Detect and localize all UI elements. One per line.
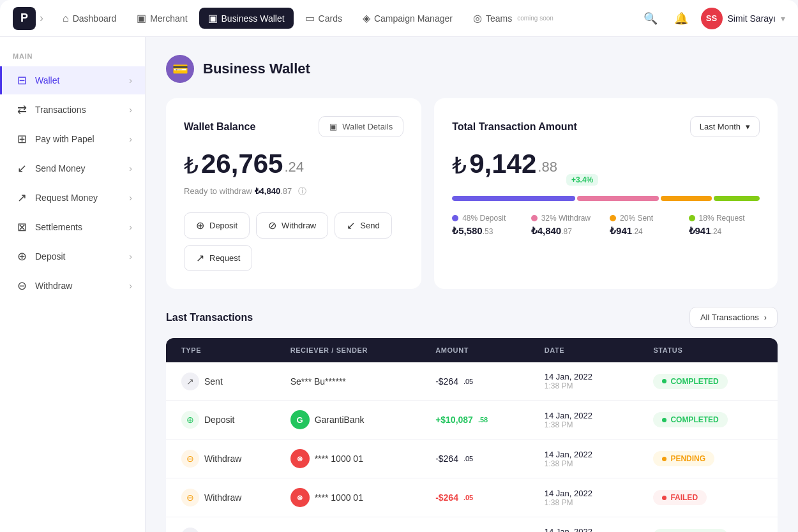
sidebar-item-send-money[interactable]: ↙ Send Money ›: [0, 154, 145, 182]
row2-type-label: Deposit: [204, 415, 234, 425]
status-badge: COMPLETED: [653, 529, 727, 533]
col-status: STATUS: [653, 346, 762, 354]
nav-item-dashboard[interactable]: ⌂ Dashboard: [54, 8, 125, 29]
info-icon[interactable]: ⓘ: [298, 186, 306, 196]
wallet-details-button[interactable]: ▣ Wallet Details: [319, 116, 403, 137]
sidebar-item-send-left: ↙ Send Money: [15, 161, 86, 175]
row4-status-label: FAILED: [670, 493, 698, 502]
row4-receiver-name: **** 1000 01: [315, 492, 363, 503]
total-balance-amount: ₺ 9,142 .88: [452, 149, 557, 179]
withdraw-label-text: Ready to withdraw: [184, 186, 252, 196]
row4-date: 14 Jan, 2022 1:38 PM: [545, 489, 654, 507]
table-row: ↗ Sent Se*** Bu****** -$264.05 14 Jan, 2…: [166, 517, 778, 532]
sidebar-item-withdraw[interactable]: ⊖ Withdraw ›: [0, 272, 145, 300]
nav-item-teams[interactable]: ◎ Teams coming soon: [464, 8, 562, 29]
row5-status: COMPLETED: [653, 529, 762, 533]
user-name: Simit Sarayı: [728, 13, 776, 24]
row2-amount: +$10,087.58: [435, 415, 545, 425]
chevron-down-icon: ▾: [781, 13, 785, 24]
notification-button[interactable]: 🔔: [670, 8, 692, 29]
chevron-right-icon: ›: [129, 251, 132, 262]
progress-withdraw: [577, 196, 659, 201]
row3-status: PENDING: [653, 451, 762, 466]
row1-amount: -$264.05: [435, 376, 545, 387]
sidebar-item-transactions[interactable]: ⇄ Transactions ›: [0, 96, 145, 124]
total-transaction-card: Total Transaction Amount Last Month ▾ ₺ …: [434, 98, 778, 289]
sidebar-item-pay-left: ⊞ Pay with Papel: [15, 132, 94, 146]
nav-item-merchant[interactable]: ▣ Merchant: [128, 8, 196, 29]
expand-icon[interactable]: ›: [40, 11, 43, 25]
row1-receiver-name: Se*** Bu******: [290, 376, 346, 387]
sidebar-item-request-money[interactable]: ↗ Request Money ›: [0, 184, 145, 212]
row1-date2: 1:38 PM: [545, 381, 592, 390]
sidebar-item-pay-label: Pay with Papel: [35, 134, 94, 144]
request-dot: [689, 215, 695, 221]
period-selector-button[interactable]: Last Month ▾: [690, 116, 760, 137]
col-amount: AMOUNT: [435, 346, 545, 354]
deposit-button[interactable]: ⊕ Deposit: [184, 212, 250, 239]
deposit-btn-icon: ⊕: [196, 219, 204, 232]
status-dot: [662, 418, 666, 422]
deposit-amount: ₺5,580.53: [452, 225, 523, 237]
sidebar-item-wallet[interactable]: ⊟ Wallet ›: [0, 66, 145, 94]
nav-item-campaign-manager[interactable]: ◈ Campaign Manager: [354, 8, 462, 29]
send-button[interactable]: ↙ Send: [335, 212, 391, 239]
row2-date2: 1:38 PM: [545, 420, 592, 429]
nav-item-cards[interactable]: ▭ Cards: [296, 8, 351, 29]
sidebar-item-withdraw-label: Withdraw: [35, 281, 72, 291]
row1-type-label: Sent: [204, 376, 223, 387]
sidebar-item-withdraw-left: ⊖ Withdraw: [15, 279, 72, 293]
row3-receiver-name: **** 1000 01: [315, 454, 363, 464]
cards-row: Wallet Balance ▣ Wallet Details ₺ 26,765…: [166, 98, 778, 289]
progress-request: [714, 196, 760, 201]
status-badge: PENDING: [653, 451, 714, 466]
page-title: Business Wallet: [203, 61, 310, 77]
teams-icon: ◎: [473, 12, 482, 24]
nav-item-business-wallet[interactable]: ▣ Business Wallet: [199, 8, 294, 29]
nav-item-teams-label: Teams: [486, 13, 512, 24]
row2-receiver-name: GarantiBank: [315, 415, 365, 425]
sent-amount: ₺941.24: [610, 225, 681, 237]
total-card-title: Total Transaction Amount: [452, 121, 577, 133]
logo[interactable]: P: [13, 7, 36, 30]
row2-type: ⊕ Deposit: [181, 411, 290, 429]
all-transactions-button[interactable]: All Transactions ›: [689, 307, 778, 328]
withdraw-info: Ready to withdraw ₺4,840.87 ⓘ: [184, 186, 403, 197]
sidebar: MAIN ⊟ Wallet › ⇄ Transactions › ⊞ Pay w…: [0, 37, 146, 532]
sidebar-item-pay-with-papel[interactable]: ⊞ Pay with Papel ›: [0, 125, 145, 153]
col-receiver: RECIEVER / SENDER: [290, 346, 436, 354]
settlements-icon: ⊠: [15, 220, 29, 234]
receiver-avatar: ⊗: [290, 449, 310, 468]
progress-deposit: [452, 196, 575, 201]
deposit-icon: ⊕: [181, 411, 199, 429]
row1-type: ↗ Sent: [181, 373, 290, 390]
main-content: 💳 Business Wallet Wallet Balance ▣ Walle…: [146, 37, 798, 532]
sidebar-item-settlements[interactable]: ⊠ Settlements ›: [0, 213, 145, 241]
send-btn-icon: ↙: [347, 219, 355, 232]
sidebar-item-request-left: ↗ Request Money: [15, 191, 98, 205]
search-button[interactable]: 🔍: [640, 8, 661, 29]
row1-receiver: Se*** Bu******: [290, 376, 436, 387]
request-button[interactable]: ↗ Request: [184, 245, 252, 271]
row4-status: FAILED: [653, 490, 762, 505]
total-card-header: Total Transaction Amount Last Month ▾: [452, 116, 760, 137]
topnav-right: 🔍 🔔 SS Simit Sarayı ▾: [640, 8, 785, 29]
withdraw-button[interactable]: ⊘ Withdraw: [256, 212, 328, 239]
user-menu[interactable]: SS Simit Sarayı ▾: [701, 8, 785, 29]
deposit-dot: [452, 215, 458, 221]
sidebar-item-request-label: Request Money: [35, 193, 98, 203]
campaign-icon: ◈: [363, 12, 370, 24]
row4-date2: 1:38 PM: [545, 498, 592, 507]
row3-type-label: Withdraw: [204, 454, 241, 464]
breakdown-sent: 20% Sent ₺941.24: [610, 214, 681, 237]
pay-with-papel-icon: ⊞: [15, 132, 29, 146]
all-transactions-label: All Transactions: [700, 313, 759, 322]
deposit-label: 48% Deposit: [462, 214, 506, 223]
sidebar-item-settlements-label: Settlements: [35, 222, 82, 232]
withdraw-dot: [531, 215, 538, 221]
sidebar-item-deposit[interactable]: ⊕ Deposit ›: [0, 242, 145, 270]
wallet-action-buttons: ⊕ Deposit ⊘ Withdraw ↙ Send ↗ Request: [184, 212, 403, 271]
send-btn-label: Send: [360, 221, 379, 230]
growth-badge: +3.4%: [566, 174, 598, 186]
table-row: ⊕ Deposit G GarantiBank +$10,087.58 14 J…: [166, 401, 778, 440]
